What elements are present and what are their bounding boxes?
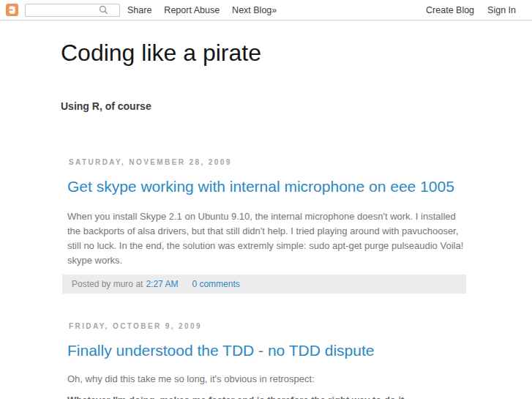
post-title-link[interactable]: Finally understood the TDD - no TDD disp… [67,342,374,359]
post-comments-link[interactable]: 0 comments [192,279,239,289]
posted-by-label: Posted by muro at [72,279,143,289]
blog-post: FRIDAY, OCTOBER 9, 2009 Finally understo… [61,322,468,399]
post-title-link[interactable]: Get skype working with internal micropho… [67,178,454,195]
blogger-navbar: Share Report Abuse Next Blog» Create Blo… [0,0,532,20]
post-date: FRIDAY, OCTOBER 9, 2009 [69,322,468,330]
navbar-search-box [25,4,120,17]
blog-title: Coding like a pirate [61,39,468,67]
blog-post: SATURDAY, NOVEMBER 28, 2009 Get skype wo… [61,158,468,293]
post-body-emphasis: Whatever I'm doing, makes me faster and … [67,393,467,399]
post-timestamp-link[interactable]: 2:27 AM [146,279,178,289]
post-date: SATURDAY, NOVEMBER 28, 2009 [69,158,468,166]
post-title: Finally understood the TDD - no TDD disp… [67,341,468,360]
nav-share-link[interactable]: Share [127,5,151,15]
search-icon [99,5,108,15]
navbar-links: Share Report Abuse Next Blog» [127,5,289,15]
nav-create-blog-link[interactable]: Create Blog [426,5,474,15]
post-body: When you install Skype 2.1 on Ubuntu 9.1… [67,209,467,268]
nav-sign-in-link[interactable]: Sign In [487,5,516,15]
blogger-logo-icon[interactable] [6,4,18,16]
navbar-right-links: Create Blog Sign In [413,5,516,15]
post-body-intro: Oh, why did this take me so long, it's o… [67,372,467,387]
post-footer: Posted by muro at 2:27 AM 0 comments [62,275,466,294]
post-title: Get skype working with internal micropho… [67,177,468,196]
search-button[interactable] [99,5,111,15]
blog-description: Using R, of course [61,100,468,112]
main-column: Coding like a pirate Using R, of course … [61,39,468,399]
blogger-icon [6,4,18,16]
search-input[interactable] [26,5,99,15]
nav-next-blog-link[interactable]: Next Blog» [232,5,277,15]
nav-report-abuse-link[interactable]: Report Abuse [164,5,220,15]
